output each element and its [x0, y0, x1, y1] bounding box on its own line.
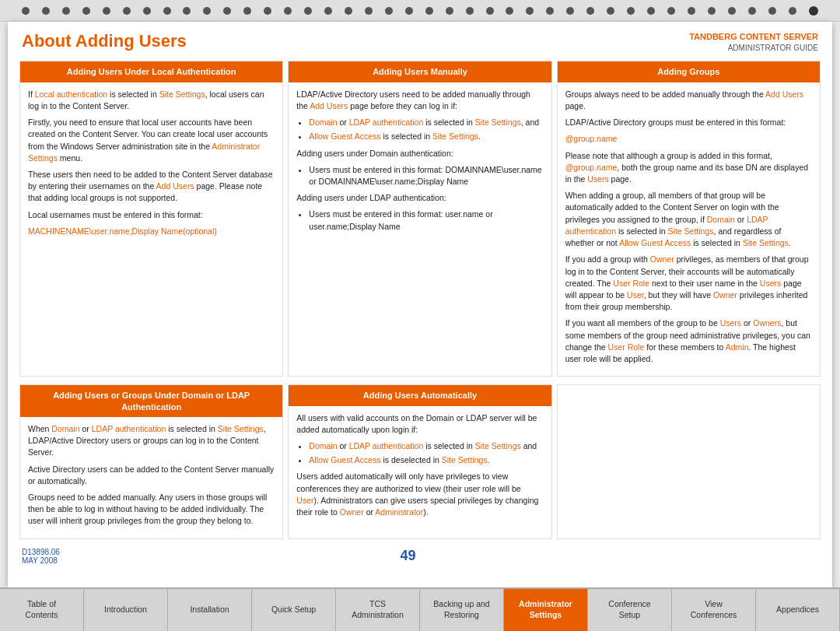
tab-admin-settings[interactable]: AdministratorSettings: [504, 589, 588, 631]
spiral-dot: [103, 7, 110, 15]
link-users-3[interactable]: Users: [720, 318, 741, 328]
cell-manually-header: Adding Users Manually: [289, 61, 551, 82]
footer-date: MAY 2008: [22, 556, 60, 565]
cell-groups-header: Adding Groups: [558, 61, 820, 82]
link-allow-guest-3[interactable]: Allow Guest Access: [309, 455, 380, 464]
link-domain-4[interactable]: Domain: [309, 441, 337, 450]
spiral-dot: [143, 7, 151, 15]
link-local-auth[interactable]: Local authentication: [35, 89, 107, 99]
link-ldap-2[interactable]: LDAP authentication: [565, 215, 768, 236]
link-site-settings-5[interactable]: Site Settings: [743, 238, 789, 247]
link-ldap-4[interactable]: LDAP authentication: [349, 441, 424, 450]
spiral-dot: [324, 7, 332, 15]
spiral-dot: [203, 7, 211, 15]
link-add-users-2[interactable]: Add Users: [310, 101, 348, 110]
link-add-users-1[interactable]: Add Users: [156, 181, 194, 191]
doc-footer: D13898.06 MAY 2008 49: [8, 545, 832, 568]
spiral-dot: [667, 7, 675, 15]
cell-domain-ldap: Adding Users or Groups Under Domain or L…: [19, 384, 283, 538]
cell-domain-ldap-body: When Domain or LDAP authentication is se…: [20, 417, 282, 538]
page-title: About Adding Users: [22, 31, 187, 51]
link-allow-guest-1[interactable]: Allow Guest Access: [309, 131, 380, 141]
link-ldap-auth-3[interactable]: LDAP authentication: [92, 424, 166, 433]
brand-guide: ADMINISTRATOR GUIDE: [689, 43, 818, 54]
brand-name: TANDBERG CONTENT SERVER: [689, 31, 818, 43]
tab-quick-setup[interactable]: Quick Setup: [252, 589, 336, 631]
link-owner-1[interactable]: Owner: [650, 254, 674, 264]
tab-toc[interactable]: Table ofContents: [0, 589, 84, 631]
tab-view-conferences[interactable]: ViewConferences: [672, 589, 756, 631]
link-users-1[interactable]: Users: [587, 174, 608, 184]
spiral-dot: [264, 7, 271, 15]
link-site-settings-3[interactable]: Site Settings: [432, 131, 478, 141]
format-group: @group.name: [565, 133, 812, 145]
link-users-2[interactable]: Users: [760, 279, 781, 288]
tab-backup[interactable]: Backing up andRestoring: [420, 589, 504, 631]
link-owner-auto[interactable]: Owner: [340, 507, 364, 517]
footer-doc: D13898.06: [22, 548, 60, 556]
spiral-dot: [546, 7, 554, 15]
link-user-role-2[interactable]: User Role: [608, 342, 645, 352]
spiral-dot: [22, 7, 30, 15]
spiral-dot: [446, 7, 453, 15]
cell-local-auth-header: Adding Users Under Local Authentication: [20, 61, 282, 82]
cell-automatically-body: All users with valid accounts on the Dom…: [289, 406, 551, 538]
spiral-dot: [304, 7, 312, 15]
spiral-dot: [405, 7, 413, 15]
spiral-dot: [768, 7, 776, 15]
link-owners-1[interactable]: Owners: [753, 318, 781, 328]
link-site-settings-1[interactable]: Site Settings: [159, 89, 205, 99]
spiral-dot: [284, 7, 292, 15]
cell-domain-ldap-header: Adding Users or Groups Under Domain or L…: [20, 385, 282, 417]
link-site-settings-8[interactable]: Site Settings: [442, 455, 488, 464]
link-domain-3[interactable]: Domain: [51, 424, 79, 433]
link-allow-guest-2[interactable]: Allow Guest Access: [619, 238, 691, 247]
tab-introduction[interactable]: Introduction: [84, 589, 168, 631]
spiral-dot: [586, 7, 594, 15]
link-owner-2[interactable]: Owner: [713, 290, 737, 300]
spiral-dot: [526, 7, 534, 15]
spiral-dot: [223, 7, 231, 15]
spiral-dot: [345, 7, 352, 15]
link-site-settings-6[interactable]: Site Settings: [218, 424, 264, 433]
tab-appendices[interactable]: Appendices: [756, 589, 840, 631]
brand-block: TANDBERG CONTENT SERVER ADMINISTRATOR GU…: [689, 31, 818, 54]
cell-automatically-header: Adding Users Automatically: [289, 385, 551, 405]
link-user-1[interactable]: User: [627, 290, 644, 300]
page-number: 49: [400, 548, 415, 564]
link-domain[interactable]: Domain: [309, 117, 337, 127]
spiral-dot: [566, 7, 574, 15]
spiral-dot: [486, 7, 494, 15]
spiral-dot: [385, 7, 393, 15]
spiral-dot: [42, 7, 50, 15]
link-group-name-1[interactable]: @group.name: [565, 163, 618, 172]
link-ldap-1[interactable]: LDAP authentication: [349, 117, 424, 127]
spiral-dot-active: [809, 6, 818, 16]
tab-conference-setup[interactable]: ConferenceSetup: [588, 589, 672, 631]
link-admin-auto[interactable]: Administrator: [375, 507, 423, 517]
spiral-dot: [728, 7, 736, 15]
link-site-settings-7[interactable]: Site Settings: [475, 441, 521, 450]
tab-installation[interactable]: Installation: [168, 589, 252, 631]
footer-info: D13898.06 MAY 2008: [22, 548, 60, 565]
cell-empty-body: [558, 385, 820, 538]
link-site-settings-2[interactable]: Site Settings: [475, 117, 521, 127]
link-user-role-1[interactable]: User Role: [613, 279, 649, 288]
spiral-dot: [183, 7, 191, 15]
spiral-dot: [123, 7, 131, 15]
tab-tcs-admin[interactable]: TCSAdministration: [336, 589, 420, 631]
link-user-auto[interactable]: User: [296, 496, 313, 505]
link-add-users-3[interactable]: Add Users: [765, 89, 803, 99]
link-domain-2[interactable]: Domain: [707, 215, 735, 224]
nav-bar: Table ofContents Introduction Installati…: [0, 587, 840, 631]
link-admin-settings-1[interactable]: Administrator Settings: [28, 142, 260, 163]
link-site-settings-4[interactable]: Site Settings: [668, 226, 714, 236]
spiral-dot: [82, 7, 90, 15]
cell-local-auth-body: If Local authentication is selected in S…: [20, 82, 282, 377]
spiral-dot: [425, 7, 433, 15]
format-local: MACHINENAME\user.name;Display Name(optio…: [28, 226, 275, 237]
link-admin-1[interactable]: Admin: [726, 342, 749, 352]
spiral-dot: [506, 7, 513, 15]
page-container: About Adding Users TANDBERG CONTENT SERV…: [0, 0, 840, 631]
document: About Adding Users TANDBERG CONTENT SERV…: [8, 22, 832, 587]
